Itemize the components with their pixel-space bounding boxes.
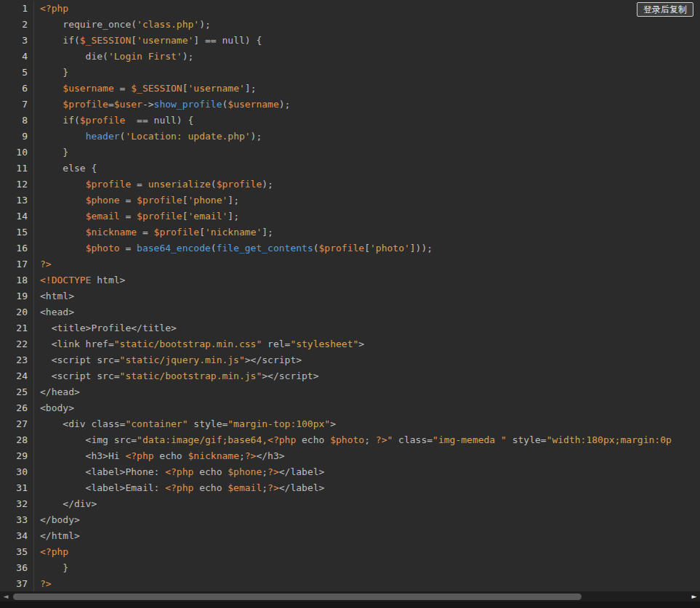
code-text: <script src="static/jquery.min.js"></scr… bbox=[33, 352, 302, 368]
code-text: ?> bbox=[33, 256, 52, 272]
code-text: require_once('class.php'); bbox=[33, 17, 211, 33]
code-line: 24 <script src="static/bootstrap.min.js"… bbox=[0, 368, 700, 384]
code-text: <script src="static/bootstrap.min.js"></… bbox=[33, 368, 319, 384]
code-line: 34</html> bbox=[0, 528, 700, 544]
code-text: </html> bbox=[33, 528, 80, 544]
code-text: <label>Phone: <?php echo $phone;?></labe… bbox=[33, 464, 324, 480]
line-number: 18 bbox=[0, 272, 33, 288]
code-text: </body> bbox=[33, 512, 80, 528]
line-number: 21 bbox=[0, 320, 33, 336]
code-text: $username = $_SESSION['username']; bbox=[33, 81, 256, 97]
line-number: 26 bbox=[0, 400, 33, 416]
code-line: 9 header('Location: update.php'); bbox=[0, 129, 700, 145]
code-lines: 1<?php2 require_once('class.php');3 if($… bbox=[0, 1, 700, 591]
code-text: $photo = base64_encode(file_get_contents… bbox=[33, 240, 433, 256]
code-text: <!DOCTYPE html> bbox=[33, 272, 125, 288]
code-line: 15 $nickname = $profile['nickname']; bbox=[0, 224, 700, 240]
scrollbar-track[interactable] bbox=[12, 591, 688, 601]
code-text: if($profile == null) { bbox=[33, 113, 193, 129]
code-line: 12 $profile = unserialize($profile); bbox=[0, 177, 700, 192]
code-line: 25</head> bbox=[0, 384, 700, 400]
scroll-left-arrow-icon[interactable]: ◄ bbox=[0, 591, 12, 601]
code-line: 23 <script src="static/jquery.min.js"></… bbox=[0, 352, 700, 368]
code-line: 2 require_once('class.php'); bbox=[0, 17, 700, 33]
line-number: 5 bbox=[0, 65, 33, 81]
code-text: <div class="container" style="margin-top… bbox=[33, 416, 336, 432]
line-number: 27 bbox=[0, 416, 33, 432]
code-text: <label>Email: <?php echo $email;?></labe… bbox=[33, 480, 324, 496]
code-line: 17?> bbox=[0, 256, 700, 272]
code-text: <html> bbox=[33, 288, 74, 304]
code-text: $profile=$user->show_profile($username); bbox=[33, 97, 290, 113]
copy-after-login-button[interactable]: 登录后复制 bbox=[637, 2, 693, 17]
scrollbar-thumb[interactable] bbox=[13, 593, 582, 600]
code-line: 26<body> bbox=[0, 400, 700, 416]
code-viewer-page: { "copy_button": { "label": "登录后复制" }, "… bbox=[0, 0, 700, 608]
code-text: } bbox=[33, 145, 68, 161]
code-line: 8 if($profile == null) { bbox=[0, 113, 700, 129]
code-line: 27 <div class="container" style="margin-… bbox=[0, 416, 700, 432]
code-text: <head> bbox=[33, 304, 74, 320]
code-line: 1<?php bbox=[0, 1, 700, 17]
code-text: $profile = unserialize($profile); bbox=[33, 177, 273, 192]
code-line: 20<head> bbox=[0, 304, 700, 320]
line-number: 29 bbox=[0, 448, 33, 464]
code-line: 11 else { bbox=[0, 161, 700, 177]
code-line: 37?> bbox=[0, 576, 700, 591]
code-line: 4 die('Login First'); bbox=[0, 49, 700, 65]
line-number: 7 bbox=[0, 97, 33, 113]
code-text: <?php bbox=[33, 544, 68, 560]
line-number: 16 bbox=[0, 240, 33, 256]
code-line: 16 $photo = base64_encode(file_get_conte… bbox=[0, 240, 700, 256]
code-text: $phone = $profile['phone']; bbox=[33, 192, 239, 208]
line-number: 24 bbox=[0, 368, 33, 384]
line-number: 2 bbox=[0, 17, 33, 33]
line-number: 35 bbox=[0, 544, 33, 560]
page-bottom-strip bbox=[0, 601, 700, 608]
line-number: 15 bbox=[0, 224, 33, 240]
code-line: 18<!DOCTYPE html> bbox=[0, 272, 700, 288]
line-number: 3 bbox=[0, 33, 33, 49]
code-text: } bbox=[33, 560, 68, 576]
code-line: 32 </div> bbox=[0, 496, 700, 512]
line-number: 8 bbox=[0, 113, 33, 129]
line-number: 10 bbox=[0, 145, 33, 161]
line-number: 14 bbox=[0, 208, 33, 224]
line-number: 11 bbox=[0, 161, 33, 177]
horizontal-scrollbar[interactable]: ◄ ► bbox=[0, 591, 700, 601]
line-number: 33 bbox=[0, 512, 33, 528]
code-text: </head> bbox=[33, 384, 80, 400]
line-number: 31 bbox=[0, 480, 33, 496]
scroll-right-arrow-icon[interactable]: ► bbox=[688, 591, 700, 601]
code-line: 36 } bbox=[0, 560, 700, 576]
code-line: 22 <link href="static/bootstrap.min.css"… bbox=[0, 336, 700, 352]
code-line: 33</body> bbox=[0, 512, 700, 528]
line-number: 9 bbox=[0, 129, 33, 145]
code-line: 19<html> bbox=[0, 288, 700, 304]
code-text: <link href="static/bootstrap.min.css" re… bbox=[33, 336, 364, 352]
code-line: 10 } bbox=[0, 145, 700, 161]
line-number: 30 bbox=[0, 464, 33, 480]
code-line: 35<?php bbox=[0, 544, 700, 560]
line-number: 20 bbox=[0, 304, 33, 320]
line-number: 36 bbox=[0, 560, 33, 576]
line-number: 6 bbox=[0, 81, 33, 97]
code-text: if($_SESSION['username'] == null) { bbox=[33, 33, 262, 49]
line-number: 17 bbox=[0, 256, 33, 272]
code-line: 13 $phone = $profile['phone']; bbox=[0, 192, 700, 208]
code-text: } bbox=[33, 65, 68, 81]
code-line: 21 <title>Profile</title> bbox=[0, 320, 700, 336]
line-number: 32 bbox=[0, 496, 33, 512]
code-line: 7 $profile=$user->show_profile($username… bbox=[0, 97, 700, 113]
code-text: <img src="data:image/gif;base64,<?php ec… bbox=[33, 432, 672, 448]
line-number: 34 bbox=[0, 528, 33, 544]
code-line: 3 if($_SESSION['username'] == null) { bbox=[0, 33, 700, 49]
line-number: 22 bbox=[0, 336, 33, 352]
code-text: $nickname = $profile['nickname']; bbox=[33, 224, 273, 240]
line-number: 12 bbox=[0, 177, 33, 192]
code-line: 29 <h3>Hi <?php echo $nickname;?></h3> bbox=[0, 448, 700, 464]
code-line: 5 } bbox=[0, 65, 700, 81]
code-line: 14 $email = $profile['email']; bbox=[0, 208, 700, 224]
line-number: 4 bbox=[0, 49, 33, 65]
line-number: 1 bbox=[0, 1, 33, 17]
